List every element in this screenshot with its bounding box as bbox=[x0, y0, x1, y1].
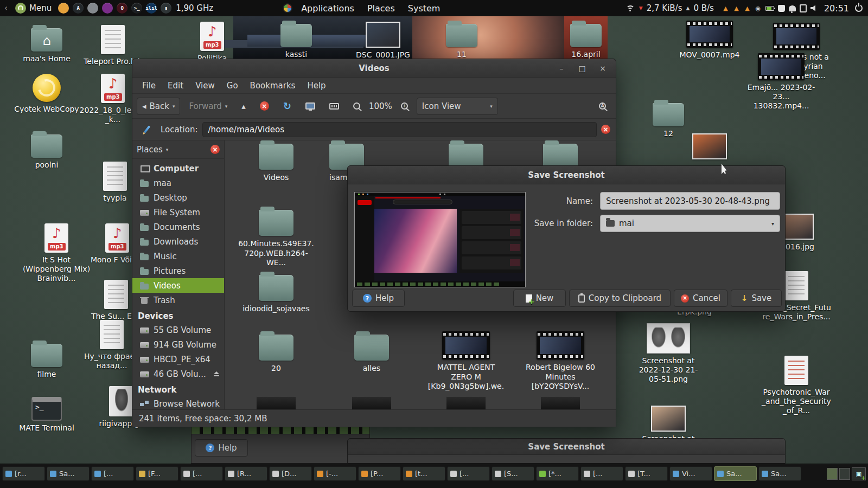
computer-button[interactable] bbox=[300, 98, 321, 115]
places-combo-caret-icon[interactable]: ▾ bbox=[166, 147, 169, 152]
media-app-icon[interactable] bbox=[102, 3, 113, 14]
file-videos[interactable]: Videos bbox=[235, 144, 317, 183]
net-up-rate[interactable]: 0 B/s bbox=[693, 3, 713, 13]
desktop-icon-maa-s-home[interactable]: maa's Home bbox=[11, 28, 82, 63]
taskbar-button-17[interactable]: Sa... bbox=[714, 466, 757, 481]
wifi-icon[interactable] bbox=[626, 5, 635, 12]
taskbar-button-16[interactable]: Vi... bbox=[669, 466, 712, 481]
file-idioodid-sojavaes[interactable]: idioodid_sojavaes bbox=[235, 275, 317, 314]
background-save-dialog[interactable]: ? Help bbox=[191, 427, 370, 464]
sidebar-item-maa[interactable]: maa bbox=[132, 176, 224, 190]
view-mode-dropdown[interactable]: Icon View ▾ bbox=[417, 98, 498, 115]
copy-to-clipboard-button[interactable]: Copy to Clipboard bbox=[569, 290, 671, 307]
desktop-icon-image[interactable] bbox=[674, 133, 745, 159]
file-mattel-agent-zero-m-kb9-0n3g5bw-we[interactable]: MATTEL AGENT ZERO M [Kb9_0N3g5bw].we... bbox=[425, 331, 507, 401]
close-sidebar-icon[interactable]: × bbox=[210, 145, 220, 154]
meter-icon[interactable]: ▮ bbox=[161, 3, 171, 14]
menu-go[interactable]: Go bbox=[221, 79, 244, 93]
sidebar-item-desktop[interactable]: Desktop bbox=[132, 190, 224, 205]
desktop-icon-it-s-hot-wippenberg-mix-brainvib[interactable]: It S Hot (Wippenberg Mix) Brainvib... bbox=[21, 223, 92, 283]
taskbar-button-18[interactable]: Sa... bbox=[758, 466, 801, 481]
back-button[interactable]: ◂ Back ▾ bbox=[137, 98, 180, 115]
desktop-icon-mov-0007-mp4[interactable]: MOV_0007.mp4 bbox=[674, 21, 745, 60]
folder-dropdown[interactable]: mai ▾ bbox=[600, 215, 780, 232]
desktop-icon-dsc-0001-jpg[interactable]: DSC_0001.JPG bbox=[348, 22, 418, 60]
sidebar-item-documents[interactable]: Documents bbox=[132, 220, 224, 234]
panel-menu-places[interactable]: Places bbox=[361, 3, 401, 14]
opera-icon[interactable]: O bbox=[117, 3, 127, 14]
tablet-icon[interactable] bbox=[800, 4, 807, 12]
back-history-caret-icon[interactable]: ▾ bbox=[173, 104, 175, 109]
sidebar-item-browse-network[interactable]: Browse Network bbox=[132, 396, 224, 409]
stop-button[interactable]: × bbox=[254, 98, 275, 115]
dialog-title[interactable]: Save Screenshot bbox=[348, 166, 785, 184]
volume-icon[interactable] bbox=[810, 5, 818, 11]
taskbar-button-5[interactable]: [... bbox=[180, 466, 223, 481]
badge-icon[interactable] bbox=[58, 3, 69, 14]
menu-help[interactable]: Help bbox=[302, 79, 331, 93]
help-button[interactable]: ? Help bbox=[195, 439, 248, 457]
sidebar-item-hbcd-pe-x64[interactable]: HBCD_PE_x64 bbox=[132, 352, 224, 367]
menu-view[interactable]: View bbox=[190, 79, 220, 93]
taskbar-button-8[interactable]: [-... bbox=[314, 466, 356, 481]
zoom-in-button[interactable]: + bbox=[395, 98, 413, 115]
clock[interactable]: 20:51 bbox=[822, 3, 851, 14]
sidebar-item-pictures[interactable]: Pictures bbox=[132, 264, 224, 278]
taskbar-button-13[interactable]: [*... bbox=[536, 466, 579, 481]
sidebar-item-914-gb-volume[interactable]: 914 GB Volume bbox=[132, 337, 224, 352]
places-combo[interactable]: Places bbox=[137, 145, 163, 155]
desktop-icon-psychotronic-war-and-the-security-of-r[interactable]: Psychotronic_War_and_the_Security_of_R..… bbox=[761, 356, 832, 415]
taskbar-button-3[interactable]: [... bbox=[91, 466, 134, 481]
open-terminal-button[interactable] bbox=[324, 98, 344, 115]
file-alles[interactable]: alles bbox=[331, 335, 412, 374]
forward-button[interactable]: Forward ▾ bbox=[183, 98, 233, 115]
clear-location-icon[interactable]: × bbox=[601, 125, 610, 134]
taskbar-button-14[interactable]: [... bbox=[580, 466, 623, 481]
equalizer-icon[interactable]: ılıl bbox=[146, 3, 157, 14]
desktop-icon-kassti[interactable]: kassti bbox=[261, 24, 331, 59]
file-20[interactable]: 20 bbox=[235, 335, 317, 374]
upload-icon-3[interactable]: ▲ bbox=[744, 5, 751, 11]
upload-icon-2[interactable]: ▲ bbox=[733, 5, 740, 11]
sidebar-item-file-system[interactable]: File System bbox=[132, 205, 224, 220]
workspace-switcher[interactable]: ▣ bbox=[827, 466, 866, 480]
taskbar-button-12[interactable]: [S... bbox=[492, 466, 534, 481]
battery-icon[interactable] bbox=[765, 6, 774, 11]
filename-input[interactable]: Screenshot at 2023-05-30 20-48-43.png bbox=[600, 192, 780, 210]
gears-icon[interactable] bbox=[87, 3, 98, 14]
terminal-app-icon[interactable]: >_ bbox=[131, 3, 142, 14]
save-button[interactable]: ↓ Save bbox=[731, 290, 782, 307]
location-input[interactable]: /home/maa/Videos bbox=[202, 122, 597, 137]
sidebar-item-downloads[interactable]: Downloads bbox=[132, 234, 224, 249]
menu-bookmarks[interactable]: Bookmarks bbox=[245, 79, 301, 93]
taskbar-button-10[interactable]: [t... bbox=[403, 466, 445, 481]
file-60-minutes-s49e37-720p-web-h264-we[interactable]: 60.Minutes.S49E37.720p.WEB.h264-WE... bbox=[235, 210, 317, 268]
eject-icon[interactable] bbox=[213, 371, 220, 377]
menu-button[interactable]: Menu bbox=[13, 3, 54, 14]
file-thumb[interactable] bbox=[331, 396, 412, 409]
desktop-icon-mate-terminal[interactable]: MATE Terminal bbox=[11, 397, 82, 433]
sidebar-item-trash[interactable]: Trash bbox=[132, 293, 224, 307]
close-button[interactable]: × bbox=[598, 65, 607, 72]
maximize-button[interactable]: □ bbox=[578, 65, 586, 72]
workspace-2[interactable] bbox=[839, 468, 850, 480]
taskbar-button-1[interactable]: [r... bbox=[2, 466, 45, 481]
zoom-out-button[interactable]: − bbox=[348, 98, 366, 115]
taskbar-button-7[interactable]: [D... bbox=[269, 466, 312, 481]
file-thumb[interactable] bbox=[520, 396, 601, 409]
help-button[interactable]: ? Help bbox=[352, 290, 405, 307]
desktop-icon-poliitika[interactable]: Poliitika bbox=[177, 22, 247, 63]
jug-icon[interactable] bbox=[778, 5, 785, 12]
screenshot-applet-icon[interactable]: ▣ bbox=[852, 467, 866, 480]
taskbar-button-11[interactable]: [... bbox=[447, 466, 490, 481]
window-titlebar[interactable]: Videos – □ × bbox=[132, 59, 616, 78]
search-app-icon[interactable]: A bbox=[73, 3, 84, 14]
reload-button[interactable]: ↻ bbox=[278, 98, 297, 115]
desktop-icon-emaj-2023-02-23-130832-mp4[interactable]: Emajõ... 2023-02-23... 130832.mp4... bbox=[746, 53, 816, 111]
file-thumb[interactable] bbox=[425, 396, 507, 409]
upload-icon-1[interactable]: ▲ bbox=[722, 5, 729, 11]
background-save-dialog-titlebar[interactable]: Save Screenshot bbox=[347, 438, 786, 464]
bell-icon[interactable] bbox=[789, 5, 796, 11]
panel-menu-system[interactable]: System bbox=[401, 3, 447, 14]
panel-menu-applications[interactable]: Applications bbox=[295, 3, 361, 14]
